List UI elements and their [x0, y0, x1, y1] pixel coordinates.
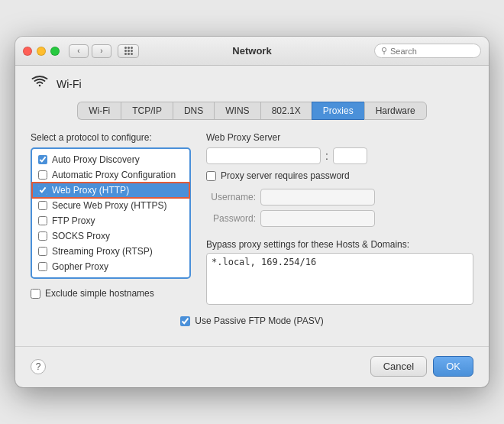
bypass-label: Bypass proxy settings for these Hosts & … — [206, 239, 473, 250]
proxy-server-heading: Web Proxy Server — [206, 132, 473, 143]
password-row: Password: — [206, 210, 473, 227]
help-button[interactable]: ? — [31, 359, 46, 374]
checkbox-gopher-proxy[interactable] — [38, 262, 47, 271]
nav-buttons: ‹ › — [69, 44, 111, 58]
right-panel: Web Proxy Server : Proxy server requires… — [206, 132, 473, 308]
protocol-label-streaming-proxy: Streaming Proxy (RTSP) — [52, 246, 153, 257]
protocol-item-ftp-proxy[interactable]: FTP Proxy — [32, 213, 189, 228]
tab-dns[interactable]: DNS — [173, 102, 214, 120]
ok-button[interactable]: OK — [433, 356, 473, 377]
passive-ftp-row: Use Passive FTP Mode (PASV) — [31, 316, 473, 326]
maximize-button[interactable] — [50, 47, 60, 56]
tab-proxies[interactable]: Proxies — [312, 102, 364, 120]
forward-button[interactable]: › — [92, 44, 111, 58]
wifi-header: Wi-Fi — [31, 75, 473, 92]
protocol-item-web-proxy[interactable]: Web Proxy (HTTP) — [32, 183, 189, 198]
content-area: Wi-Fi Wi-Fi TCP/IP DNS WINS 802.1X Proxi… — [15, 66, 489, 341]
proxy-host-input[interactable] — [206, 147, 321, 164]
close-button[interactable] — [23, 47, 32, 56]
requires-password-label: Proxy server requires password — [221, 170, 350, 181]
colon-separator: : — [325, 150, 328, 162]
network-window: ‹ › Network ⚲ — [15, 37, 489, 387]
checkbox-requires-password[interactable] — [206, 171, 216, 181]
checkbox-auto-discovery[interactable] — [38, 155, 47, 164]
tab-8021x[interactable]: 802.1X — [260, 102, 312, 120]
bottom-bar: ? Cancel OK — [15, 346, 489, 387]
password-input[interactable] — [260, 210, 375, 227]
proxy-port-input[interactable] — [333, 147, 367, 164]
wifi-icon — [31, 75, 49, 92]
back-button[interactable]: ‹ — [69, 44, 89, 58]
passive-ftp-label: Use Passive FTP Mode (PASV) — [195, 316, 323, 326]
protocol-item-streaming-proxy[interactable]: Streaming Proxy (RTSP) — [32, 244, 189, 259]
checkbox-socks-proxy[interactable] — [38, 231, 47, 241]
tab-hardware[interactable]: Hardware — [364, 102, 427, 120]
password-label: Password: — [206, 213, 256, 224]
exclude-label: Exclude simple hostnames — [45, 288, 154, 299]
wifi-label: Wi-Fi — [57, 78, 82, 90]
protocol-label-secure-web-proxy: Secure Web Proxy (HTTPS) — [52, 200, 166, 211]
main-area: Select a protocol to configure: Auto Pro… — [31, 132, 473, 308]
protocol-label-ftp-proxy: FTP Proxy — [52, 215, 95, 226]
tab-tcpip[interactable]: TCP/IP — [121, 102, 173, 120]
username-row: Username: — [206, 189, 473, 206]
search-bar: ⚲ — [374, 44, 481, 58]
bypass-textarea[interactable]: *.local, 169.254/16 — [206, 253, 473, 305]
tabs-bar: Wi-Fi TCP/IP DNS WINS 802.1X Proxies Har… — [31, 102, 473, 120]
checkbox-exclude[interactable] — [31, 289, 40, 299]
grid-icon — [124, 47, 133, 55]
left-panel: Select a protocol to configure: Auto Pro… — [31, 132, 191, 308]
protocol-label-web-proxy: Web Proxy (HTTP) — [52, 185, 129, 196]
action-buttons: Cancel OK — [370, 356, 473, 377]
protocol-item-auto-proxy-config[interactable]: Automatic Proxy Configuration — [32, 167, 189, 183]
checkbox-auto-proxy-config[interactable] — [38, 170, 47, 180]
checkbox-ftp-proxy[interactable] — [38, 216, 47, 225]
requires-password-row: Proxy server requires password — [206, 170, 473, 181]
protocol-list: Auto Proxy Discovery Automatic Proxy Con… — [31, 147, 191, 279]
checkbox-web-proxy[interactable] — [38, 186, 47, 195]
protocol-label-auto-discovery: Auto Proxy Discovery — [52, 154, 140, 165]
proxy-server-row: : — [206, 147, 473, 164]
protocol-label-socks-proxy: SOCKS Proxy — [52, 231, 110, 241]
protocol-item-secure-web-proxy[interactable]: Secure Web Proxy (HTTPS) — [32, 198, 189, 213]
window-title: Network — [232, 45, 271, 57]
traffic-lights — [23, 47, 60, 56]
protocol-section-label: Select a protocol to configure: — [31, 132, 191, 143]
search-input[interactable] — [390, 47, 474, 56]
tab-wifi[interactable]: Wi-Fi — [77, 102, 121, 120]
checkbox-secure-web-proxy[interactable] — [38, 201, 47, 210]
protocol-label-auto-proxy-config: Automatic Proxy Configuration — [52, 170, 176, 180]
protocol-item-gopher-proxy[interactable]: Gopher Proxy — [32, 259, 189, 274]
protocol-item-auto-discovery[interactable]: Auto Proxy Discovery — [32, 152, 189, 167]
exclude-row: Exclude simple hostnames — [31, 288, 191, 299]
username-label: Username: — [206, 192, 256, 202]
checkbox-passive-ftp[interactable] — [180, 316, 190, 326]
protocol-label-gopher-proxy: Gopher Proxy — [52, 261, 108, 272]
cancel-button[interactable]: Cancel — [370, 356, 427, 377]
grid-button[interactable] — [118, 44, 139, 58]
search-icon: ⚲ — [381, 46, 387, 56]
titlebar: ‹ › Network ⚲ — [15, 37, 489, 66]
tab-wins[interactable]: WINS — [214, 102, 260, 120]
protocol-item-socks-proxy[interactable]: SOCKS Proxy — [32, 228, 189, 244]
minimize-button[interactable] — [37, 47, 46, 56]
username-input[interactable] — [260, 189, 375, 206]
checkbox-streaming-proxy[interactable] — [38, 247, 47, 256]
